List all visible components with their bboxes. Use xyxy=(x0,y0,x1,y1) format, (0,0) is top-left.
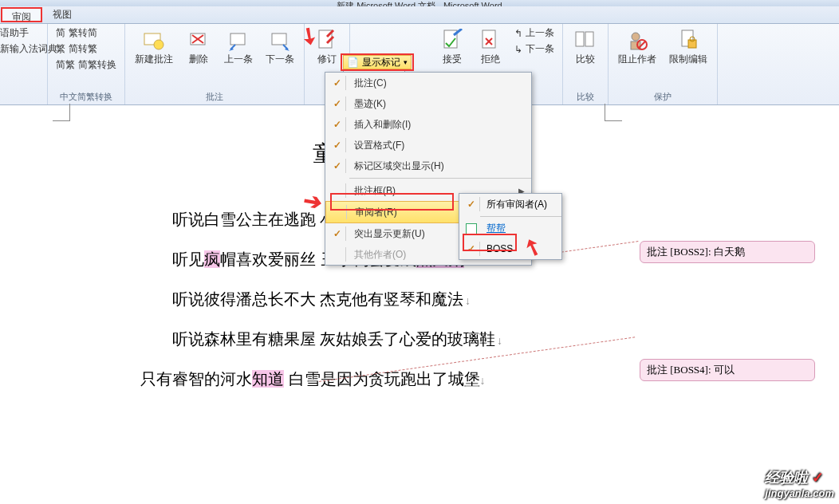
svg-rect-7 xyxy=(272,33,286,45)
check-icon xyxy=(329,96,346,111)
check-icon xyxy=(329,138,346,152)
btn-block-author[interactable]: 阻止作者 xyxy=(613,26,661,68)
conv-icon: 简繁 xyxy=(56,58,75,72)
next-icon xyxy=(267,27,293,53)
dd-comments[interactable]: 批注(C) xyxy=(325,73,531,93)
svg-rect-5 xyxy=(230,33,245,45)
tab-review[interactable]: 审阅 xyxy=(1,7,42,22)
trad-simp-icon: 简 xyxy=(56,26,65,40)
color-swatch-icon xyxy=(466,223,477,234)
paragraph-4[interactable]: 听说森林里有糖果屋 灰姑娘丢了心爱的玻璃鞋 xyxy=(172,329,502,350)
dd-markup-area[interactable]: 标记区域突出显示(H) xyxy=(325,156,531,176)
check-icon xyxy=(463,242,480,256)
btn-new-comment[interactable]: 新建批注 xyxy=(130,26,178,68)
group-chinese-label: 中文简繁转换 xyxy=(60,89,112,104)
sm-boss[interactable]: BOSS xyxy=(459,238,561,259)
reviewers-submenu: 所有审阅者(A) 帮帮 BOSS xyxy=(459,193,562,260)
svg-rect-14 xyxy=(576,32,584,46)
comment-balloon-1[interactable]: 批注 [BOSS2]: 白天鹅 xyxy=(640,241,815,263)
sm-all-reviewers[interactable]: 所有审阅者(A) xyxy=(459,194,561,215)
btn-prev-comment[interactable]: 上一条 xyxy=(219,26,258,68)
paragraph-3[interactable]: 听说彼得潘总长不大 杰克他有竖琴和魔法 xyxy=(172,289,471,310)
btn-next-change[interactable]: ↳下一条 xyxy=(511,41,557,57)
separator xyxy=(480,216,561,217)
block-author-icon xyxy=(624,27,650,53)
dd-insert-delete[interactable]: 插入和删除(I) xyxy=(325,114,531,135)
ribbon-tabs: 审阅 视图 xyxy=(0,6,839,24)
check-icon xyxy=(463,197,480,211)
comment-balloon-2[interactable]: 批注 [BOSS4]: 可以 xyxy=(640,359,815,381)
svg-point-16 xyxy=(632,33,640,41)
compare-icon xyxy=(573,27,598,53)
btn-trad-simp[interactable]: 简繁转简 xyxy=(53,26,120,41)
check-icon xyxy=(329,226,346,241)
check-icon xyxy=(329,159,346,173)
group-compare-label: 比较 xyxy=(577,89,594,104)
prev-change-icon: ↰ xyxy=(514,28,522,39)
btn-compare[interactable]: 比较 xyxy=(568,26,603,68)
separator xyxy=(349,178,531,179)
svg-rect-11 xyxy=(483,30,495,48)
svg-rect-15 xyxy=(585,32,593,46)
page-corner-tl xyxy=(53,104,70,121)
btn-next-comment[interactable]: 下一条 xyxy=(261,26,299,68)
highlight-text: 知道 xyxy=(252,370,284,388)
page-corner-tr xyxy=(605,104,622,121)
check-mark-icon: ✓ xyxy=(812,470,824,486)
svg-point-1 xyxy=(154,40,163,49)
btn-prev-change[interactable]: ↰上一条 xyxy=(511,26,557,41)
tab-view[interactable]: 视图 xyxy=(43,6,82,23)
reject-icon xyxy=(478,27,503,53)
btn-delete-comment[interactable]: 删除 xyxy=(181,26,216,68)
group-protect-label: 保护 xyxy=(654,89,672,104)
next-change-icon: ↳ xyxy=(514,44,522,55)
simp-trad-icon: 繁 xyxy=(56,42,65,56)
btn-simp-trad-conv[interactable]: 简繁简繁转换 xyxy=(53,57,120,73)
highlight-text: 疯 xyxy=(204,250,220,268)
prev-icon xyxy=(226,27,251,53)
check-icon xyxy=(329,117,346,132)
accept-icon xyxy=(439,27,465,53)
paragraph-5[interactable]: 只有睿智的河水知道 白雪是因为贪玩跑出了城堡↓ xyxy=(140,368,486,390)
blank-icon xyxy=(329,183,346,198)
btn-lang-helper[interactable]: 英语助手 xyxy=(0,26,32,41)
title-bar: 新建 Microsoft Word 文档 - Microsoft Word xyxy=(0,0,839,6)
restrict-edit-icon xyxy=(676,27,701,53)
delete-icon xyxy=(186,27,211,53)
new-comment-icon xyxy=(141,27,167,53)
group-comments-label: 批注 xyxy=(206,89,223,104)
dd-formatting[interactable]: 设置格式(F) xyxy=(325,135,531,156)
check-icon xyxy=(329,76,346,90)
doc-icon: 📄 xyxy=(347,57,359,68)
dd-ink[interactable]: 墨迹(K) xyxy=(325,93,531,114)
btn-accept[interactable]: 接受 xyxy=(435,26,470,68)
btn-restrict-edit[interactable]: 限制编辑 xyxy=(664,26,712,68)
watermark: 经验啦 ✓ jingyanla.com xyxy=(765,468,834,499)
btn-reject[interactable]: 拒绝 xyxy=(473,26,508,68)
btn-simp-trad[interactable]: 繁简转繁 xyxy=(53,41,120,57)
blank-icon xyxy=(329,205,347,219)
sm-bangbang[interactable]: 帮帮 xyxy=(459,219,561,238)
blank-icon xyxy=(329,247,346,262)
btn-show-markup[interactable]: 📄显示标记▾ xyxy=(343,55,412,69)
